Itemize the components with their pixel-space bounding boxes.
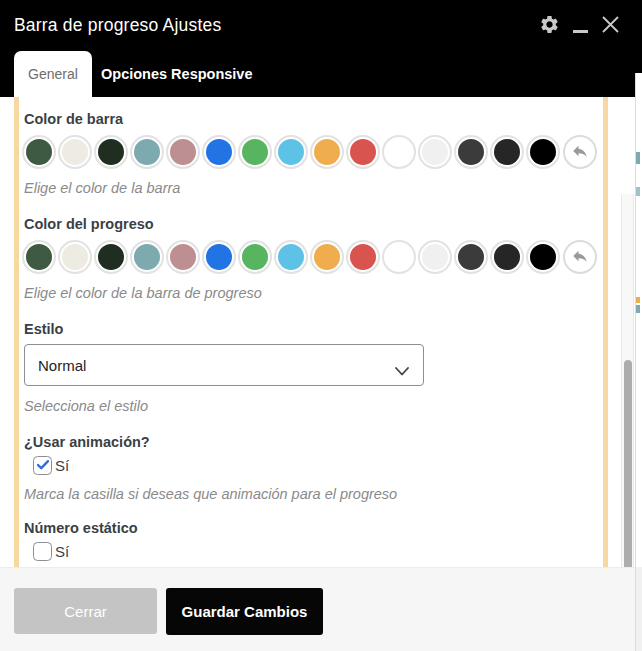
- tab-bar: General Opciones Responsive: [0, 51, 642, 97]
- tab-responsive-label: Opciones Responsive: [101, 66, 253, 82]
- color-swatch[interactable]: [418, 240, 452, 274]
- color-swatch[interactable]: [22, 240, 56, 274]
- style-select[interactable]: Normal: [24, 344, 424, 386]
- field-bar-color: Color de barra Elige el color de la barr…: [24, 110, 597, 197]
- page-behind-fragment: [636, 297, 640, 303]
- color-swatch[interactable]: [346, 135, 380, 169]
- color-swatch[interactable]: [346, 240, 380, 274]
- field-progress-color: Color del progreso Elige el color de la …: [24, 215, 597, 302]
- modal-title: Barra de progreso Ajustes: [14, 15, 221, 36]
- settings-scroll-panel: Color de barra Elige el color de la barr…: [14, 97, 608, 567]
- color-swatch[interactable]: [166, 240, 200, 274]
- settings-gear-button[interactable]: [539, 14, 560, 38]
- progress-color-swatches: [22, 240, 560, 274]
- color-swatch[interactable]: [58, 240, 92, 274]
- animation-checkbox[interactable]: [33, 456, 52, 475]
- page-behind-fragment: [636, 567, 642, 651]
- color-swatch[interactable]: [238, 135, 272, 169]
- gear-icon: [539, 14, 560, 38]
- bar-color-reset-button[interactable]: [563, 135, 597, 169]
- field-static-number: Número estático Sí: [24, 519, 597, 561]
- static-number-checkbox[interactable]: [33, 542, 52, 561]
- bar-color-label: Color de barra: [24, 110, 597, 128]
- bar-color-swatches: [22, 135, 560, 169]
- color-swatch[interactable]: [22, 135, 56, 169]
- field-animation: ¿Usar animación? Sí Marca la casilla si …: [24, 433, 597, 503]
- animation-checkbox-label: Sí: [55, 457, 69, 474]
- tab-general[interactable]: General: [14, 51, 92, 97]
- style-help: Selecciona el estilo: [24, 397, 597, 415]
- field-style: Estilo Normal Selecciona el estilo: [24, 320, 597, 415]
- color-swatch[interactable]: [454, 135, 488, 169]
- progress-color-reset-button[interactable]: [563, 240, 597, 274]
- cerrar-button[interactable]: Cerrar: [14, 588, 157, 634]
- color-swatch[interactable]: [490, 135, 524, 169]
- color-swatch[interactable]: [454, 240, 488, 274]
- animation-checkbox-row: Sí: [33, 455, 597, 475]
- page-behind-sliver: [635, 73, 642, 651]
- progress-color-help: Elige el color de la barra de progreso: [24, 284, 597, 302]
- static-number-checkbox-label: Sí: [55, 543, 69, 560]
- tab-general-label: General: [28, 66, 78, 82]
- checkmark-icon: [37, 456, 49, 474]
- modal-header: Barra de progreso Ajustes: [0, 0, 642, 51]
- color-swatch[interactable]: [310, 135, 344, 169]
- progress-color-label: Color del progreso: [24, 215, 597, 233]
- color-swatch[interactable]: [130, 240, 164, 274]
- color-swatch[interactable]: [526, 240, 560, 274]
- animation-label: ¿Usar animación?: [24, 433, 597, 451]
- bar-color-help: Elige el color de la barra: [24, 179, 597, 197]
- close-button[interactable]: [601, 15, 620, 37]
- settings-content: Color de barra Elige el color de la barr…: [0, 97, 642, 567]
- color-swatch[interactable]: [274, 135, 308, 169]
- bar-color-palette: [22, 135, 597, 169]
- page-behind-fragment: [636, 187, 640, 196]
- guardar-cambios-button[interactable]: Guardar Cambios: [166, 588, 323, 635]
- header-actions: [539, 0, 620, 51]
- color-swatch[interactable]: [166, 135, 200, 169]
- animation-help: Marca la casilla si deseas que animación…: [24, 485, 597, 503]
- modal-footer: Cerrar Guardar Cambios: [0, 567, 635, 651]
- color-swatch[interactable]: [310, 240, 344, 274]
- scrollbar-thumb[interactable]: [624, 360, 632, 570]
- color-swatch[interactable]: [202, 240, 236, 274]
- color-swatch[interactable]: [94, 240, 128, 274]
- color-swatch[interactable]: [130, 135, 164, 169]
- color-swatch[interactable]: [526, 135, 560, 169]
- minimize-icon: [573, 30, 588, 33]
- style-label: Estilo: [24, 320, 597, 338]
- undo-arrow-icon: [571, 142, 589, 163]
- static-number-checkbox-row: Sí: [33, 541, 597, 561]
- undo-arrow-icon: [571, 247, 589, 268]
- chevron-down-icon: [395, 362, 409, 380]
- color-swatch[interactable]: [490, 240, 524, 274]
- color-swatch[interactable]: [274, 240, 308, 274]
- color-swatch[interactable]: [418, 135, 452, 169]
- close-icon: [601, 15, 620, 37]
- color-swatch[interactable]: [382, 240, 416, 274]
- static-number-label: Número estático: [24, 519, 597, 537]
- color-swatch[interactable]: [94, 135, 128, 169]
- color-swatch[interactable]: [202, 135, 236, 169]
- page-behind-fragment: [636, 305, 640, 313]
- tab-opciones-responsive[interactable]: Opciones Responsive: [101, 51, 253, 97]
- page-behind-fragment: [636, 152, 640, 164]
- color-swatch[interactable]: [382, 135, 416, 169]
- color-swatch[interactable]: [238, 240, 272, 274]
- style-select-value: Normal: [38, 357, 86, 374]
- minimize-button[interactable]: [573, 18, 588, 33]
- progress-color-palette: [22, 240, 597, 274]
- color-swatch[interactable]: [58, 135, 92, 169]
